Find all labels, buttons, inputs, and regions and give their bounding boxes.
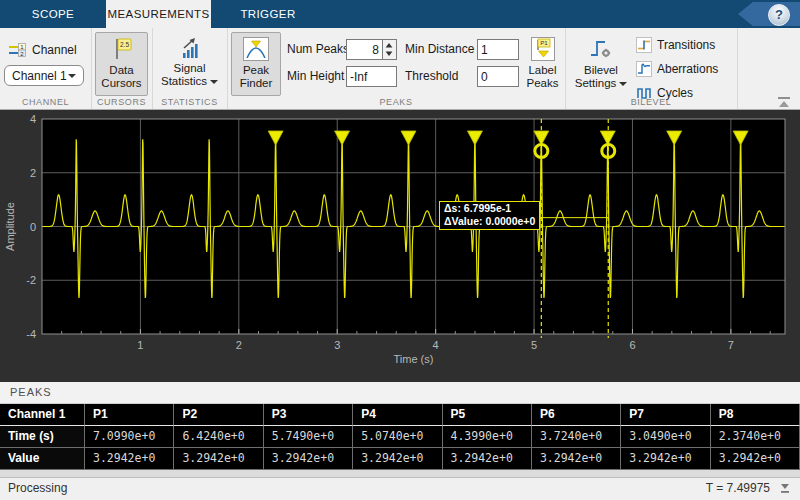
y-axis-label: Amplitude (4, 202, 16, 251)
transitions-icon (636, 37, 652, 53)
peak-finder-button[interactable]: Peak Finder (231, 32, 281, 96)
peak-finder-label: Peak Finder (240, 64, 273, 89)
num-peaks-stepper[interactable] (383, 39, 397, 60)
y-tick-label: -2 (26, 274, 36, 286)
x-tick-label: 7 (728, 339, 734, 351)
section-label-cursors: CURSORS (91, 97, 152, 107)
signal-statistics-icon (180, 37, 200, 59)
peak-value-cell: 7.0990e+0 (85, 426, 174, 448)
cursor-delta-time: Δs: 6.7995e-1 (444, 202, 535, 215)
signal-statistics-button[interactable]: Signal Statistics (156, 32, 223, 96)
channel-icon: 1 2 (7, 41, 27, 59)
num-peaks-input[interactable] (346, 39, 383, 60)
svg-text:2.5: 2.5 (119, 41, 128, 48)
min-height-input[interactable] (346, 66, 397, 87)
tab-measurements[interactable]: MEASUREMENTS (106, 0, 211, 28)
peak-value-cell: 6.4240e+0 (174, 426, 263, 448)
section-label-channel: CHANNEL (0, 97, 91, 107)
x-tick-label: 6 (629, 339, 635, 351)
peak-value-cell: 3.2942e+0 (353, 448, 442, 470)
y-tick-label: -4 (26, 328, 36, 340)
peak-value-cell: 3.2942e+0 (532, 448, 621, 470)
status-processing: Processing (8, 481, 67, 495)
label-peaks-icon: P1 (531, 37, 555, 61)
peak-value-cell: 3.2942e+0 (443, 448, 532, 470)
section-bilevel: Bilevel Settings Transitions Aberrations (565, 28, 738, 109)
table-row: Value3.2942e+03.2942e+03.2942e+03.2942e+… (0, 448, 800, 470)
table-row: Time (s)7.0990e+06.4240e+05.7490e+05.074… (0, 426, 800, 448)
section-label-statistics: STATISTICS (152, 97, 227, 107)
peak-value-cell: 2.3740e+0 (711, 426, 800, 448)
threshold-label: Threshold (405, 66, 458, 87)
peak-column-header: P8 (711, 404, 800, 426)
channel-dropdown[interactable]: Channel 1 (4, 65, 84, 86)
spinner-arrows-icon (383, 40, 395, 59)
peak-value-cell: 3.2942e+0 (85, 448, 174, 470)
collapse-toolstrip-button[interactable] (775, 96, 793, 110)
aberrations-button[interactable]: Aberrations (636, 59, 718, 79)
chevron-down-icon (619, 82, 627, 86)
aberrations-icon (636, 61, 652, 77)
channel-column-header: Channel 1 (0, 404, 85, 426)
peak-value-cell: 3.2942e+0 (174, 448, 263, 470)
signal-statistics-label: Signal Statistics (161, 62, 207, 87)
section-label-bilevel: BILEVEL (565, 97, 737, 107)
tab-trigger[interactable]: TRIGGER (226, 0, 310, 28)
peak-column-header: P7 (621, 404, 710, 426)
tab-bar: SCOPE MEASUREMENTS TRIGGER ? (0, 0, 800, 28)
peaks-panel-header[interactable]: PEAKS (0, 382, 800, 404)
x-tick-label: 3 (334, 339, 340, 351)
x-tick-label: 2 (236, 339, 242, 351)
waveform-plot: 1234567-4-2024Time (s)Amplitude (0, 110, 800, 382)
channel-selector-label: 1 2 Channel (7, 41, 77, 59)
transitions-label: Transitions (657, 38, 715, 52)
peaks-table: Channel 1P1P2P3P4P5P6P7P8Time (s)7.0990e… (0, 404, 800, 470)
collapse-up-icon (775, 96, 793, 110)
horizontal-scrollbar[interactable] (0, 470, 800, 477)
min-distance-input[interactable] (477, 39, 519, 60)
peak-column-header: P5 (443, 404, 532, 426)
scope-window: SCOPE MEASUREMENTS TRIGGER ? 1 2 Channel… (0, 0, 800, 500)
min-distance-label: Min Distance (405, 39, 474, 60)
peak-value-cell: 3.0490e+0 (621, 426, 710, 448)
section-peaks: Peak Finder Num Peaks Min Height Min Dis… (227, 28, 566, 109)
peak-finder-icon (243, 37, 269, 61)
scope-display: 1234567-4-2024Time (s)Amplitude Δs: 6.79… (0, 110, 800, 382)
x-axis-label: Time (s) (394, 353, 434, 365)
peak-value-cell: 5.0740e+0 (353, 426, 442, 448)
num-peaks-label: Num Peaks (287, 39, 349, 60)
peak-column-header: P6 (532, 404, 621, 426)
peak-column-header: P1 (85, 404, 174, 426)
tab-scope[interactable]: SCOPE (15, 0, 91, 28)
status-time: T = 7.49975 (706, 481, 770, 495)
threshold-input[interactable] (477, 66, 519, 87)
data-cursor-icon: 2.5 (112, 37, 132, 61)
data-cursors-button[interactable]: 2.5 Data Cursors (95, 32, 148, 96)
peak-value-cell: 3.2942e+0 (711, 448, 800, 470)
data-cursors-label: Data Cursors (101, 64, 141, 89)
cursor-delta-tooltip[interactable]: Δs: 6.7995e-1 ΔValue: 0.0000e+0 (439, 201, 540, 230)
section-statistics: Signal Statistics STATISTICS (152, 28, 228, 109)
row-label: Value (0, 448, 85, 470)
transitions-button[interactable]: Transitions (636, 35, 715, 55)
peak-value-cell: 3.2942e+0 (621, 448, 710, 470)
help-icon[interactable]: ? (768, 4, 790, 26)
aberrations-label: Aberrations (657, 62, 718, 76)
bilevel-settings-icon (588, 37, 614, 61)
bilevel-settings-button[interactable]: Bilevel Settings (571, 32, 631, 96)
label-peaks-label: Label Peaks (527, 64, 559, 89)
status-bar: Processing T = 7.49975 (0, 477, 800, 500)
x-tick-label: 4 (433, 339, 439, 351)
cursor-delta-value: ΔValue: 0.0000e+0 (444, 215, 535, 228)
y-tick-label: 4 (30, 113, 36, 125)
jump-to-end-icon[interactable] (778, 483, 792, 498)
peak-column-header: P3 (264, 404, 353, 426)
section-label-peaks: PEAKS (227, 97, 565, 107)
chevron-down-icon (68, 74, 76, 78)
channel-label: Channel (32, 43, 77, 57)
peak-value-cell: 3.2942e+0 (264, 448, 353, 470)
peaks-panel-title: PEAKS (10, 386, 52, 398)
label-peaks-button[interactable]: P1 Label Peaks (522, 32, 563, 96)
section-cursors: 2.5 Data Cursors CURSORS (91, 28, 153, 109)
peak-column-header: P4 (353, 404, 442, 426)
